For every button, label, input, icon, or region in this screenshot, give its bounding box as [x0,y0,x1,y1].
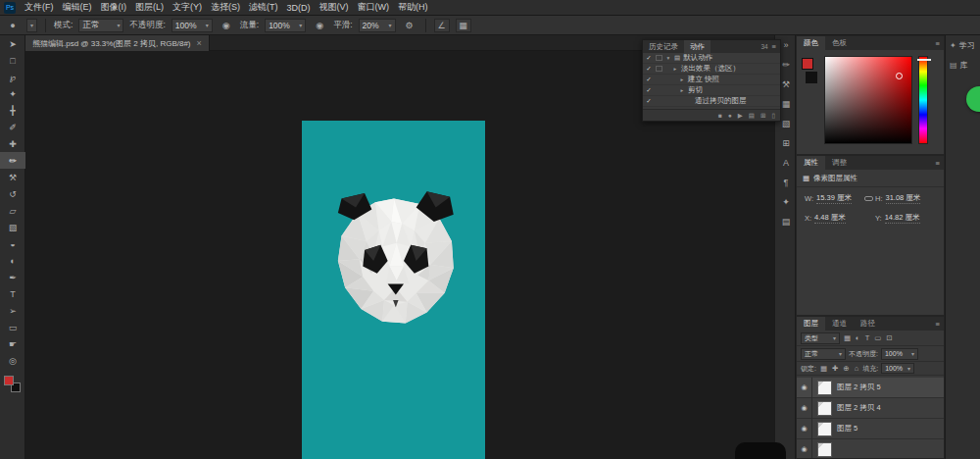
foreground-color-swatch[interactable] [4,376,14,385]
close-tab-icon[interactable]: × [197,38,202,48]
opacity-select[interactable]: 100% ▾ [172,19,213,32]
color-gradient-field[interactable] [824,56,912,144]
shape-tool[interactable]: ▭ [0,319,25,335]
dialog-toggle[interactable] [656,66,662,72]
x-field[interactable]: X: 4.48 厘米 [805,213,861,224]
patterns-icon[interactable]: ⊞ [775,133,797,153]
glyphs-panel-icon[interactable]: ✦ [775,192,797,212]
new-action-icon[interactable]: ⊞ [760,112,765,120]
type-filter-icon[interactable]: T [864,333,871,342]
dialog-toggle[interactable] [656,55,662,61]
y-value[interactable]: 14.82 厘米 [885,213,920,224]
panel-menu-icon[interactable]: ≡ [768,42,780,51]
menu-layer[interactable]: 图层(L) [135,1,164,14]
play-icon[interactable]: ▶ [738,112,743,120]
visibility-eye-icon[interactable]: ◉ [797,419,812,439]
action-row-vignette[interactable]: ✓ ▸ 淡出效果（选区） [643,64,780,75]
path-select-tool[interactable]: ➢ [0,302,25,319]
artboard[interactable] [302,121,485,459]
marquee-tool[interactable]: □ [0,52,25,69]
clone-stamp-tool[interactable]: ⚒ [0,169,25,185]
gradient-tool[interactable]: ▧ [0,219,25,235]
background-color-well[interactable] [806,72,817,83]
layer-row[interactable]: ◉ 图层 2 拷贝 4 [797,398,944,419]
tab-adjustments[interactable]: 调整 [825,156,854,170]
check-icon[interactable]: ✓ [645,76,653,83]
menu-image[interactable]: 图像(I) [101,1,127,14]
smart-object-filter-icon[interactable]: ⊡ [885,333,893,342]
tab-color[interactable]: 颜色 [797,36,825,50]
hue-slider-marker[interactable] [917,59,931,61]
pixel-filter-icon[interactable]: ▦ [843,333,852,342]
menu-filter[interactable]: 滤镜(T) [249,1,278,14]
check-icon[interactable]: ✓ [645,97,653,105]
libraries-panel-button[interactable]: ▤ 库 [946,55,980,75]
delete-icon[interactable]: ▯ [771,112,775,120]
action-row-snapshot[interactable]: ✓ ▸ 建立 快照 [643,75,780,85]
height-value[interactable]: 31.08 厘米 [886,193,921,204]
history-brush-tool[interactable]: ↺ [0,185,25,202]
stop-icon[interactable]: ■ [718,112,722,119]
brush-preset-picker[interactable]: ▾ [26,19,37,32]
layer-thumbnail[interactable] [817,422,832,436]
caret-icon[interactable]: ▸ [679,76,685,82]
paragraph-panel-icon[interactable]: ¶ [775,173,797,192]
smoothing-gear-icon[interactable]: ⚙ [402,19,417,32]
menu-view[interactable]: 视图(V) [319,1,349,14]
y-field[interactable]: Y: 14.82 厘米 [875,213,940,224]
layer-row[interactable]: ◉ [797,439,944,458]
quick-select-tool[interactable]: ✦ [0,85,25,102]
layer-filter-select[interactable]: 类型 ▾ [801,332,840,344]
layer-name[interactable]: 图层 5 [837,424,858,434]
new-set-icon[interactable]: ▤ [749,112,755,120]
layer-thumbnail[interactable] [817,381,832,395]
caret-icon[interactable]: ▾ [665,55,671,61]
crop-tool[interactable]: ╋ [0,102,25,119]
action-row-cut[interactable]: ✓ ▸ 剪切 [643,85,780,96]
flow-select[interactable]: 100% ▾ [265,19,306,32]
layer-blend-mode-select[interactable]: 正常 ▾ [801,348,846,360]
tab-layers[interactable]: 图层 [797,317,825,331]
document-tab[interactable]: 熊猫编辑.psd @ 33.3%(图层 2 拷贝, RGB/8#) × [25,35,210,51]
panel-menu-icon[interactable]: ≡ [932,320,944,329]
eyedropper-tool[interactable]: ✐ [0,119,25,135]
action-row-layer-via-copy[interactable]: ✓ 通过拷贝的图层 [643,96,780,107]
lasso-tool[interactable]: ℘ [0,69,25,85]
caret-icon[interactable]: ▸ [679,87,685,93]
shape-filter-icon[interactable]: ▭ [873,333,882,342]
action-row-default-set[interactable]: ✓ ▾ ▤ 默认动作 [643,53,780,64]
layer-thumbnail[interactable] [817,401,832,416]
eraser-tool[interactable]: ▱ [0,202,25,219]
move-tool[interactable]: ➤ [0,35,25,52]
panel-menu-icon[interactable]: ≡ [932,39,944,48]
caret-icon[interactable]: ▸ [672,66,678,72]
airbrush-icon[interactable]: ◉ [312,19,327,32]
record-icon[interactable]: ● [728,112,732,119]
layer-name[interactable]: 图层 2 拷贝 4 [837,403,881,413]
smoothing-select[interactable]: 20% ▾ [359,19,396,32]
color-picker-marker[interactable] [896,73,903,79]
layer-row[interactable]: ◉ 图层 5 [797,419,944,439]
brush-preset-icon[interactable]: ● [5,19,21,32]
menu-type[interactable]: 文字(Y) [172,1,202,14]
pressure-opacity-icon[interactable]: ◉ [219,19,234,32]
pressure-size-icon[interactable]: ▦ [456,19,471,32]
tab-properties[interactable]: 属性 [797,156,825,170]
tab-channels[interactable]: 通道 [825,317,854,331]
brush-tool[interactable]: ✏ [0,152,25,169]
character-panel-icon[interactable]: A [775,153,797,173]
tab-paths[interactable]: 路径 [854,317,882,331]
tab-swatches[interactable]: 色板 [825,36,854,50]
fill-select[interactable]: 100% ▾ [881,363,914,374]
foreground-color-well[interactable] [802,58,813,70]
menu-help[interactable]: 帮助(H) [398,1,428,14]
hand-tool[interactable]: ☛ [0,335,25,352]
visibility-eye-icon[interactable]: ◉ [797,439,812,459]
healing-tool[interactable]: ✚ [0,135,25,152]
menu-window[interactable]: 窗口(W) [358,1,390,14]
lock-all-icon[interactable]: ⌂ [854,364,860,373]
width-value[interactable]: 15.39 厘米 [816,193,852,204]
menu-file[interactable]: 文件(F) [24,1,54,14]
learn-panel-button[interactable]: ✦ 学习 [946,35,980,55]
adjustment-filter-icon[interactable]: ◐ [855,333,861,342]
